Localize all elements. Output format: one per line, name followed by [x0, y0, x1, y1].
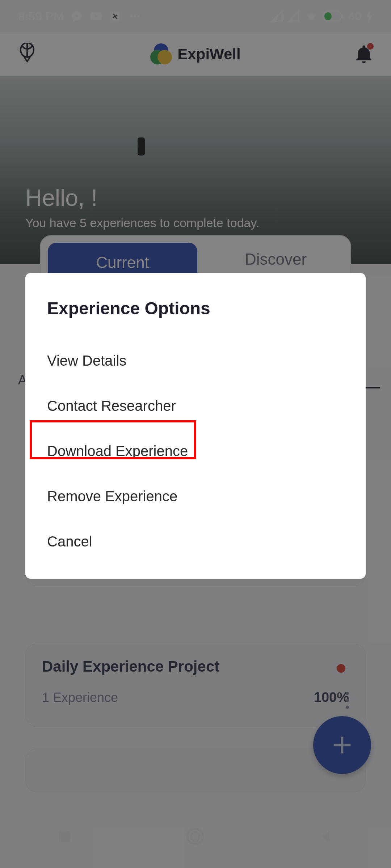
option-label: Contact Researcher: [47, 398, 176, 414]
dialog-title: Experience Options: [47, 298, 344, 318]
option-download-experience[interactable]: Download Experience: [47, 429, 344, 474]
option-label: Download Experience: [47, 443, 188, 459]
option-contact-researcher[interactable]: Contact Researcher: [47, 383, 344, 429]
option-cancel[interactable]: Cancel: [47, 519, 344, 564]
option-label: Cancel: [47, 533, 92, 549]
option-label: Remove Experience: [47, 488, 177, 504]
option-label: View Details: [47, 353, 126, 369]
option-view-details[interactable]: View Details: [47, 338, 344, 383]
option-remove-experience[interactable]: Remove Experience: [47, 474, 344, 519]
experience-options-dialog: Experience Options View Details Contact …: [25, 273, 366, 579]
screen-root: 8:59 PM: [0, 0, 391, 868]
